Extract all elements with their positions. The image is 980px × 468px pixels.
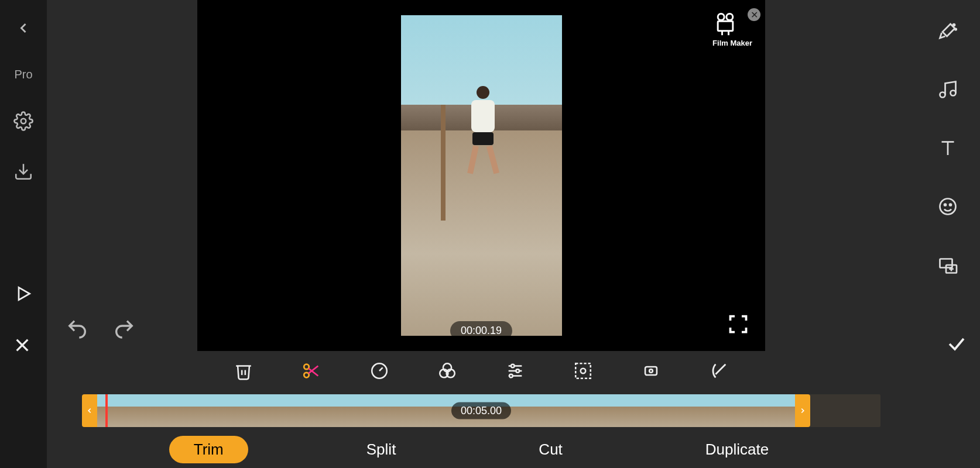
settings-button[interactable] <box>13 111 34 132</box>
play-button[interactable] <box>13 283 34 304</box>
right-sidebar <box>916 0 980 468</box>
svg-point-26 <box>581 369 586 374</box>
trim-button[interactable]: Trim <box>169 436 248 463</box>
svg-point-4 <box>727 14 733 20</box>
svg-point-10 <box>304 364 309 370</box>
svg-point-28 <box>649 369 653 373</box>
svg-point-36 <box>944 204 946 206</box>
trim-handle-left[interactable] <box>82 394 97 427</box>
filter-icon[interactable] <box>437 361 457 381</box>
svg-rect-5 <box>718 21 733 30</box>
svg-point-30 <box>955 29 956 30</box>
watermark-label: Film Maker <box>712 39 752 47</box>
svg-point-0 <box>21 119 26 124</box>
svg-rect-27 <box>645 367 657 375</box>
playhead[interactable] <box>105 394 108 427</box>
crop-focus-icon[interactable] <box>573 361 593 381</box>
pip-icon[interactable] <box>937 254 958 276</box>
timeline-track[interactable]: 00:05.00 <box>82 394 880 427</box>
current-timecode: 00:00.19 <box>450 321 512 340</box>
cancel-button[interactable] <box>13 336 32 355</box>
watermark[interactable]: ✕ Film Maker <box>712 11 752 47</box>
svg-point-32 <box>951 91 956 96</box>
redo-button[interactable] <box>112 317 136 340</box>
adjust-icon[interactable] <box>505 361 525 381</box>
left-sidebar: Pro <box>0 0 47 468</box>
video-frame <box>401 15 562 336</box>
scissors-icon[interactable] <box>301 361 321 381</box>
back-button[interactable] <box>13 18 34 39</box>
svg-point-22 <box>511 364 515 368</box>
delete-icon[interactable] <box>234 361 253 381</box>
svg-rect-25 <box>575 363 591 378</box>
split-button[interactable]: Split <box>342 436 421 463</box>
text-icon[interactable] <box>937 137 958 159</box>
camera-icon <box>712 11 738 36</box>
duplicate-button[interactable]: Duplicate <box>681 436 793 463</box>
flip-icon[interactable] <box>709 361 729 381</box>
pro-button[interactable]: Pro <box>14 68 32 81</box>
undo-button[interactable] <box>66 317 89 340</box>
sticker-icon[interactable] <box>937 196 958 217</box>
rotate-canvas-icon[interactable] <box>641 361 661 381</box>
fullscreen-button[interactable] <box>728 314 749 335</box>
svg-point-29 <box>953 24 955 26</box>
preview-area: ✕ Film Maker 00:00.19 <box>47 0 916 351</box>
close-icon[interactable]: ✕ <box>748 8 760 21</box>
export-button[interactable] <box>13 161 34 182</box>
effects-icon[interactable] <box>937 20 958 42</box>
svg-point-31 <box>940 92 945 98</box>
tool-row <box>47 351 916 391</box>
svg-point-24 <box>509 374 513 378</box>
action-row: Trim Split Cut Duplicate <box>47 431 916 468</box>
svg-point-35 <box>940 199 956 215</box>
timeline-duration: 00:05.00 <box>451 402 511 419</box>
svg-point-11 <box>304 373 309 378</box>
timeline[interactable]: 00:05.00 <box>47 391 916 431</box>
confirm-button[interactable] <box>946 333 967 355</box>
cut-button[interactable]: Cut <box>514 436 587 463</box>
svg-point-23 <box>516 369 519 373</box>
svg-point-3 <box>718 14 724 20</box>
speed-icon[interactable] <box>369 361 389 381</box>
svg-line-15 <box>379 367 383 371</box>
trim-handle-right[interactable] <box>795 394 810 427</box>
music-icon[interactable] <box>937 79 958 100</box>
video-preview[interactable]: ✕ Film Maker 00:00.19 <box>197 0 765 351</box>
svg-marker-2 <box>19 287 30 300</box>
svg-point-37 <box>950 204 951 206</box>
